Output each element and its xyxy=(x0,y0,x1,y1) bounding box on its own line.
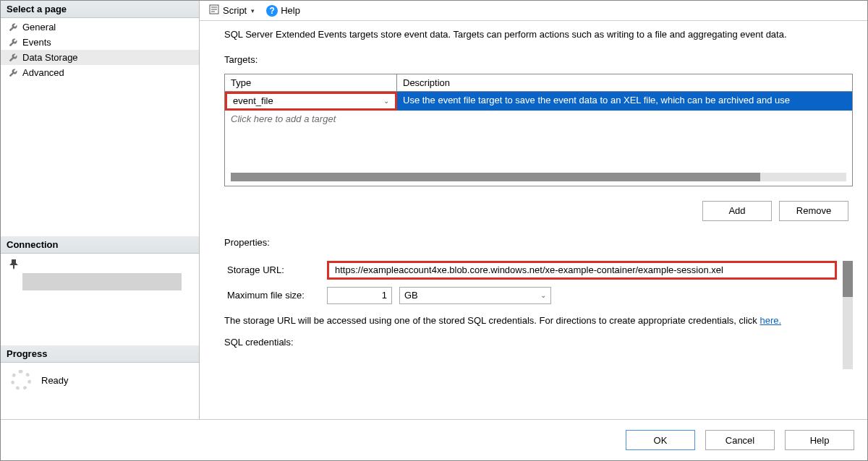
targets-grid: Type Description event_file ⌄ Use the ev… xyxy=(224,74,853,186)
wrench-icon xyxy=(8,68,18,78)
connection-header: Connection xyxy=(1,236,199,254)
sql-credentials-label: SQL credentials: xyxy=(224,337,837,348)
max-file-size-label: Maximum file size: xyxy=(224,290,320,301)
column-header-type[interactable]: Type xyxy=(225,74,397,91)
toolbar: Script ▾ ? Help xyxy=(200,1,867,21)
storage-url-input[interactable] xyxy=(327,261,837,280)
ok-button[interactable]: OK xyxy=(626,430,695,450)
hint-text: The storage URL will be accessed using o… xyxy=(224,315,760,326)
properties-vertical-scrollbar[interactable] xyxy=(843,261,853,369)
sidebar-item-label: Advanced xyxy=(22,67,64,78)
sidebar-item-advanced[interactable]: Advanced xyxy=(1,65,199,80)
credentials-hint: The storage URL will be accessed using o… xyxy=(224,314,837,327)
script-icon xyxy=(208,4,220,17)
description-text: SQL Server Extended Events targets store… xyxy=(224,28,853,41)
targets-label: Targets: xyxy=(224,54,853,65)
sidebar-item-events[interactable]: Events xyxy=(1,35,199,50)
wrench-icon xyxy=(8,22,18,33)
add-button[interactable]: Add xyxy=(702,201,772,221)
sidebar-item-data-storage[interactable]: Data Storage xyxy=(1,50,199,65)
sidebar-item-label: General xyxy=(22,22,56,33)
column-header-description[interactable]: Description xyxy=(397,74,852,91)
sidebar-item-label: Events xyxy=(22,37,51,48)
hint-here-link[interactable]: here. xyxy=(760,315,781,326)
grid-header: Type Description xyxy=(225,74,852,92)
grid-horizontal-scrollbar[interactable] xyxy=(231,173,846,181)
sidebar-item-general[interactable]: General xyxy=(1,20,199,35)
unit-value: GB xyxy=(404,290,418,301)
help-button[interactable]: ? Help xyxy=(262,4,305,18)
connection-area xyxy=(1,254,199,295)
progress-area: Ready xyxy=(1,363,199,397)
script-label: Script xyxy=(223,5,247,16)
progress-header: Progress xyxy=(1,345,199,363)
properties-label: Properties: xyxy=(224,237,853,248)
max-file-size-unit-dropdown[interactable]: GB ⌄ xyxy=(399,287,551,304)
chevron-down-icon: ⌄ xyxy=(540,291,546,299)
wrench-icon xyxy=(8,53,18,63)
storage-url-label: Storage URL: xyxy=(224,264,320,275)
wrench-icon xyxy=(8,38,18,48)
help-label: Help xyxy=(281,5,300,16)
cancel-button[interactable]: Cancel xyxy=(705,430,775,450)
target-type-value: event_file xyxy=(233,95,273,106)
progress-status: Ready xyxy=(41,375,69,386)
sidebar-item-label: Data Storage xyxy=(22,52,78,63)
help-footer-button[interactable]: Help xyxy=(785,430,854,450)
dropdown-caret-icon: ▾ xyxy=(251,7,255,14)
connection-value xyxy=(22,273,182,290)
table-row[interactable]: event_file ⌄ Use the event file target t… xyxy=(225,92,852,111)
script-button[interactable]: Script ▾ xyxy=(204,2,259,19)
target-description-cell: Use the event file target to save the ev… xyxy=(397,92,852,111)
sidebar: Select a page General Events Data Storag… xyxy=(1,1,200,419)
chevron-down-icon: ⌄ xyxy=(383,97,389,105)
page-list: General Events Data Storage Advanced xyxy=(1,18,199,82)
progress-ring-icon xyxy=(11,370,31,390)
content-panel: Script ▾ ? Help SQL Server Extended Even… xyxy=(200,1,867,419)
select-page-header: Select a page xyxy=(1,1,199,18)
add-target-placeholder[interactable]: Click here to add a target xyxy=(225,111,852,129)
placeholder-text: Click here to add a target xyxy=(225,111,852,129)
help-icon: ? xyxy=(266,5,278,17)
remove-button[interactable]: Remove xyxy=(779,201,848,221)
connection-icon xyxy=(8,261,20,272)
target-type-dropdown[interactable]: event_file ⌄ xyxy=(225,92,397,111)
max-file-size-input[interactable] xyxy=(327,287,392,304)
dialog-footer: OK Cancel Help xyxy=(1,419,867,460)
